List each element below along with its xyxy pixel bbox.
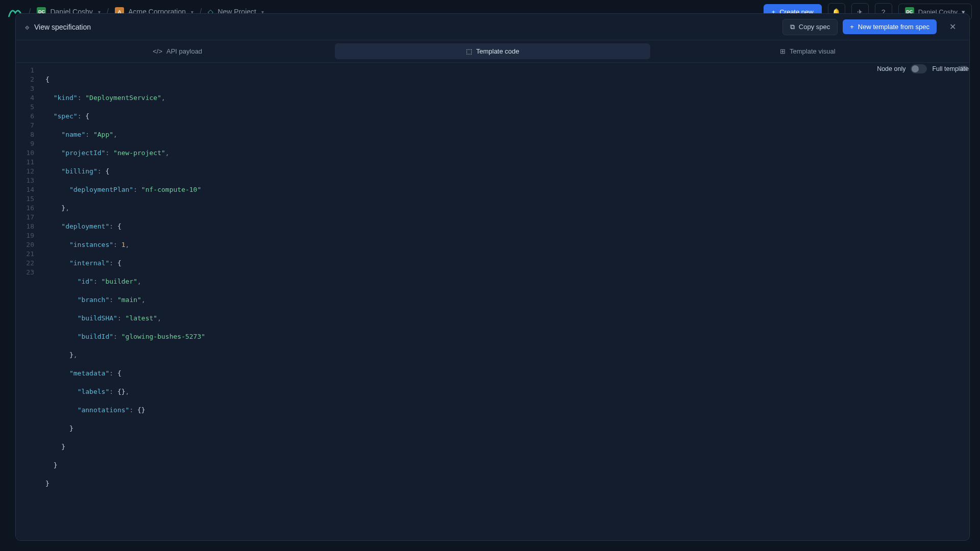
code-editor[interactable]: 1234567891011121314151617181920212223 { … [16, 63, 969, 540]
copy-spec-label: Copy spec [799, 23, 830, 31]
template-scope-toggle: Node only Full template [877, 64, 969, 73]
spec-icon: ⟐ [25, 23, 29, 31]
copy-icon: ⧉ [790, 23, 795, 31]
line-number: 19 [16, 231, 34, 240]
plus-icon: + [850, 23, 854, 31]
line-number: 16 [16, 204, 34, 213]
line-number: 14 [16, 185, 34, 194]
tab-template-code[interactable]: ⬚ Template code [335, 43, 650, 59]
line-number: 5 [16, 103, 34, 112]
line-number: 20 [16, 240, 34, 249]
tab-visual-label: Template visual [790, 47, 836, 55]
line-number: 11 [16, 158, 34, 167]
line-number: 8 [16, 130, 34, 139]
line-number: 22 [16, 259, 34, 268]
tab-code-label: Template code [476, 47, 520, 55]
view-spec-modal: ⟐ View specification ⧉ Copy spec + New t… [15, 13, 970, 541]
line-number: 23 [16, 268, 34, 277]
toggle-right-label: Full template [932, 65, 969, 72]
line-number: 1 [16, 66, 34, 75]
tab-bar: </> API payload ⬚ Template code ⊞ Templa… [16, 40, 969, 63]
line-number: 7 [16, 121, 34, 130]
close-icon: ✕ [949, 22, 956, 32]
line-number: 6 [16, 112, 34, 121]
line-number: 15 [16, 194, 34, 204]
code-icon: </> [153, 47, 162, 55]
line-number: 21 [16, 249, 34, 259]
line-number: 17 [16, 213, 34, 222]
line-number: 2 [16, 75, 34, 84]
line-number: 18 [16, 222, 34, 231]
line-number: 4 [16, 93, 34, 103]
copy-spec-button[interactable]: ⧉ Copy spec [782, 19, 838, 35]
code-content: { "kind": "DeploymentService", "spec": {… [38, 63, 969, 540]
close-button[interactable]: ✕ [945, 19, 960, 35]
modal-title: ⟐ View specification [25, 23, 91, 31]
line-number: 12 [16, 167, 34, 176]
toggle-left-label: Node only [877, 65, 905, 72]
new-template-button[interactable]: + New template from spec [843, 19, 937, 34]
line-number-gutter: 1234567891011121314151617181920212223 [16, 63, 38, 540]
template-icon: ⬚ [466, 47, 472, 55]
modal-header: ⟐ View specification ⧉ Copy spec + New t… [16, 14, 969, 40]
new-template-label: New template from spec [858, 23, 929, 31]
line-number: 9 [16, 139, 34, 148]
tab-template-visual[interactable]: ⊞ Template visual [650, 43, 965, 59]
line-number: 3 [16, 84, 34, 93]
visual-icon: ⊞ [780, 47, 786, 55]
tab-api-label: API payload [166, 47, 202, 55]
modal-title-text: View specification [34, 23, 91, 31]
tab-api-payload[interactable]: </> API payload [20, 43, 335, 59]
line-number: 10 [16, 148, 34, 158]
toggle-switch[interactable] [911, 64, 927, 73]
line-number: 13 [16, 176, 34, 185]
